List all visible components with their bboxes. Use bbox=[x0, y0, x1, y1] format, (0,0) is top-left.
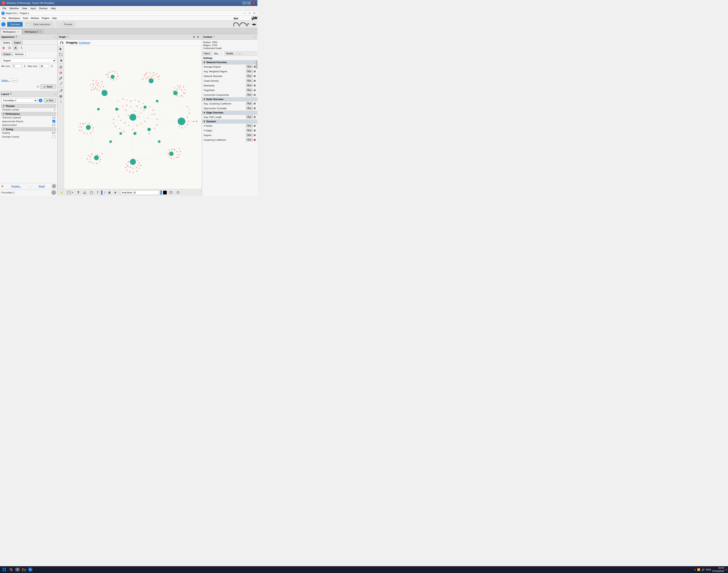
run-button[interactable]: ▶ Run bbox=[44, 98, 56, 103]
app-menu-file[interactable]: File bbox=[1, 16, 7, 20]
avg-path-run-btn[interactable]: Run bbox=[246, 115, 253, 118]
airplane-tool[interactable] bbox=[58, 88, 63, 93]
select-lasso-btn[interactable] bbox=[88, 191, 95, 195]
dynamic-header[interactable]: ▼ Dynamic bbox=[202, 119, 257, 123]
hand-tool[interactable] bbox=[58, 58, 63, 63]
app-menu-window[interactable]: Window bbox=[30, 16, 40, 20]
configure-link[interactable]: (Configure) bbox=[79, 41, 91, 44]
network-overview-header[interactable]: ▼ Network Overview bbox=[202, 60, 257, 64]
font-increase-btn[interactable]: A bbox=[107, 190, 112, 195]
app-menu-plugins[interactable]: Plugins bbox=[40, 16, 51, 20]
performance-section-header[interactable]: ▼ Performance bbox=[1, 112, 56, 116]
diamond-tool[interactable] bbox=[58, 65, 63, 70]
modularity-run-btn[interactable]: Run bbox=[246, 84, 253, 87]
nav-next-btn[interactable]: ▶ bbox=[254, 23, 256, 26]
close-btn[interactable]: ✕ bbox=[252, 1, 256, 5]
select-tool[interactable] bbox=[58, 47, 63, 52]
network-diameter-run-btn[interactable]: Run bbox=[246, 74, 253, 77]
attribute-sub-tab[interactable]: Attribute bbox=[13, 52, 25, 56]
image-dropdown-arrow[interactable]: ▼ bbox=[71, 191, 73, 194]
nodes-tab[interactable]: Nodes bbox=[1, 41, 12, 45]
app-close-btn[interactable]: ✕ bbox=[252, 11, 256, 15]
rect-select-tool[interactable] bbox=[58, 52, 63, 57]
text-T-btn[interactable]: T bbox=[76, 190, 81, 195]
color-tool[interactable] bbox=[58, 70, 63, 75]
eigenvector-run-btn[interactable]: Run bbox=[246, 107, 253, 110]
layout-close-btn[interactable]: ✕ bbox=[10, 93, 12, 95]
dyn-edges-run-btn[interactable]: Run bbox=[246, 129, 253, 132]
stats-tab[interactable]: Stat... ✕ bbox=[212, 51, 224, 56]
dyn-nodes-run-btn[interactable]: Run bbox=[246, 124, 253, 127]
color-icon-btn[interactable] bbox=[1, 46, 6, 50]
edges-tab[interactable]: Edges bbox=[12, 41, 23, 45]
clustering-run-btn[interactable]: Run bbox=[246, 102, 253, 105]
context-minimize-btn[interactable]: — bbox=[254, 36, 256, 38]
dyn-clustering-run-btn[interactable]: Run bbox=[246, 138, 253, 141]
nav-prev-btn[interactable]: ◀ bbox=[252, 23, 254, 26]
app-menu-tools[interactable]: Tools bbox=[21, 16, 30, 20]
preview-button[interactable]: Preview bbox=[61, 22, 75, 27]
minimize-panel-btn[interactable]: — bbox=[237, 51, 243, 56]
vbox-menu-devices[interactable]: Devices bbox=[37, 7, 49, 10]
font-decrease-btn[interactable]: A bbox=[113, 191, 117, 195]
context-close-btn[interactable]: ✕ bbox=[213, 36, 215, 38]
reset-link[interactable]: Reset bbox=[39, 185, 45, 188]
appearance-close-btn[interactable]: ✕ bbox=[15, 36, 17, 38]
graph-density-run-btn[interactable]: Run bbox=[246, 79, 253, 82]
label-text-icon-btn[interactable]: A bbox=[13, 46, 18, 50]
attribute-dropdown[interactable]: Degree bbox=[1, 58, 56, 63]
avg-weighted-run-btn[interactable]: Run bbox=[246, 70, 253, 73]
min-size-input[interactable] bbox=[12, 64, 22, 68]
maximize-btn[interactable]: □ bbox=[247, 1, 251, 5]
scroll-thumb[interactable] bbox=[256, 60, 257, 69]
select-rect-btn[interactable] bbox=[82, 191, 88, 195]
stronger-gravity-checkbox[interactable] bbox=[52, 135, 55, 138]
appearance-minimize-btn[interactable]: — bbox=[54, 36, 56, 38]
layout-minimize-btn[interactable]: — bbox=[54, 93, 56, 95]
max-size-input[interactable] bbox=[40, 64, 49, 68]
graph-nav-prev[interactable]: ◀ bbox=[192, 35, 196, 39]
avg-degree-run-btn[interactable]: Run bbox=[246, 65, 253, 68]
spline-link[interactable]: Spline... bbox=[1, 79, 10, 82]
min-size-stepper[interactable]: ⇕ bbox=[23, 64, 26, 68]
graph-nav-next[interactable]: ▶ bbox=[196, 35, 201, 39]
ws1-close-btn[interactable]: ✕ bbox=[18, 31, 19, 33]
node-overview-header[interactable]: ▼ Node Overview bbox=[202, 97, 257, 101]
threads-section-header[interactable]: ▼ Threads bbox=[1, 104, 56, 108]
link-icon[interactable]: ⛓ bbox=[37, 85, 39, 88]
ws2-close-btn[interactable]: ✕ bbox=[40, 31, 41, 33]
graph-close-btn[interactable]: ✕ bbox=[66, 36, 68, 38]
vbox-menu-input[interactable]: Input bbox=[29, 7, 37, 10]
size-icon-btn[interactable] bbox=[7, 46, 12, 50]
spline-preview[interactable] bbox=[11, 79, 17, 82]
bulb-btn[interactable]: 💡 bbox=[59, 191, 65, 195]
edge-overview-header[interactable]: ▼ Edge Overview bbox=[202, 111, 257, 115]
dyn-degree-run-btn[interactable]: Run bbox=[246, 134, 253, 137]
screenshot-btn[interactable] bbox=[168, 191, 174, 195]
pen-tool[interactable] bbox=[58, 81, 63, 86]
stats-tab-close[interactable]: ✕ bbox=[221, 52, 222, 55]
vbox-menu-view[interactable]: View bbox=[20, 7, 29, 10]
multim-tab[interactable]: MultiM... bbox=[224, 51, 237, 56]
pencil-tool[interactable] bbox=[58, 76, 63, 81]
vbox-menu-help[interactable]: Help bbox=[49, 7, 58, 10]
app-menu-workspace[interactable]: Workspace bbox=[7, 16, 21, 20]
layout-algorithm-dropdown[interactable]: ForceAtlas 2 bbox=[1, 98, 37, 103]
approx-repuls-checkbox[interactable] bbox=[52, 120, 55, 123]
graph-canvas[interactable] bbox=[64, 46, 202, 189]
print-btn[interactable] bbox=[175, 191, 181, 195]
unique-sub-tab[interactable]: Unique bbox=[1, 52, 13, 56]
apply-button[interactable]: ▶ Apply bbox=[40, 84, 56, 89]
presets-link[interactable]: Presets... bbox=[11, 185, 21, 188]
label-size-icon-btn[interactable]: Tf bbox=[19, 46, 24, 50]
workspace-tab-1[interactable]: Workspace 1 ✕ bbox=[0, 30, 22, 34]
app-minimize-btn[interactable]: ─ bbox=[243, 11, 247, 15]
app-menu-help[interactable]: Help bbox=[51, 16, 58, 20]
question-tool[interactable]: ? bbox=[58, 99, 63, 104]
app-restore-btn[interactable]: □ bbox=[248, 11, 252, 15]
connected-run-btn[interactable]: Run bbox=[246, 93, 253, 96]
font-name-input[interactable]: Arial Bold, 32 bbox=[121, 190, 159, 195]
datalaboratory-button[interactable]: Data Laboratory bbox=[31, 22, 53, 27]
layout-info-icon[interactable]: i bbox=[39, 99, 43, 102]
overview-button[interactable]: Overview bbox=[7, 22, 22, 27]
